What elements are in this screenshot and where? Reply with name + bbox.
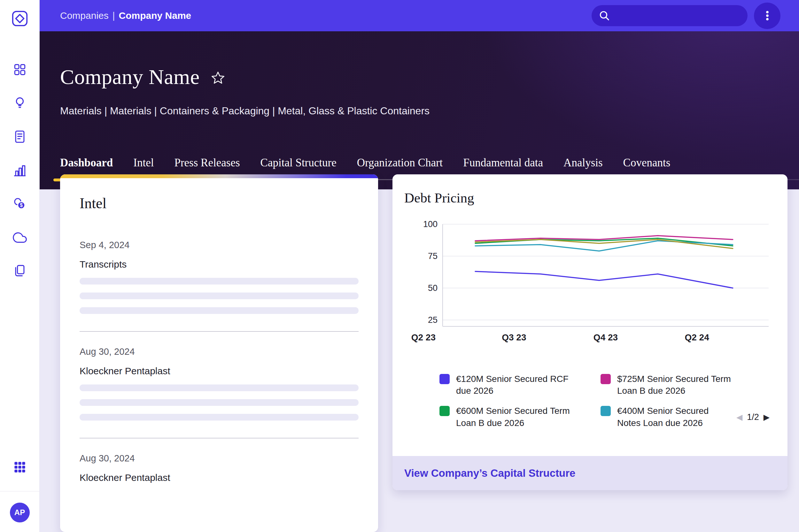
skeleton-line [79, 399, 359, 406]
sidebar-item-documents[interactable] [12, 128, 28, 145]
legend-swatch [439, 374, 450, 384]
sidebar: $ AP [0, 0, 40, 532]
skeleton-line [79, 414, 359, 421]
overflow-menu-button[interactable] [754, 3, 780, 29]
avatar-section: AP [0, 491, 39, 532]
legend-swatch [601, 374, 611, 384]
intel-card: Intel Sep 4, 2024TranscriptsAug 30, 2024… [60, 174, 378, 532]
svg-text:$: $ [20, 203, 23, 208]
dashboard-content: Intel Sep 4, 2024TranscriptsAug 30, 2024… [40, 174, 799, 532]
industry-classification: Materials | Materials | Containers & Pac… [60, 105, 799, 117]
entry-source: Kloeckner Pentaplast [79, 472, 359, 483]
cloud-icon [12, 230, 28, 245]
apps-grid-icon [12, 459, 28, 475]
chevron-left-icon[interactable]: ◀ [737, 413, 742, 421]
entry-date: Aug 30, 2024 [79, 346, 359, 357]
debt-pricing-chart: 100755025Q2 23Q3 23Q4 23Q2 24 [404, 221, 775, 347]
sidebar-item-library[interactable] [12, 263, 28, 279]
intel-entry[interactable]: Sep 4, 2024Transcripts [79, 240, 359, 314]
legend-item: €600M Senior Secured Term Loan B due 202… [439, 405, 601, 429]
chevron-right-icon[interactable]: ▶ [764, 413, 769, 421]
page-title: Company Name [60, 65, 200, 89]
svg-text:Q2 23: Q2 23 [411, 332, 436, 342]
intel-entry-list: Sep 4, 2024TranscriptsAug 30, 2024Kloeck… [79, 240, 359, 483]
app-window: $ AP Companies | Company Name [0, 0, 799, 532]
favorite-star-button[interactable] [211, 71, 225, 85]
legend-pagination: ◀ 1/2 ▶ [737, 412, 769, 422]
svg-text:50: 50 [428, 283, 438, 293]
debt-pricing-title: Debt Pricing [404, 190, 775, 206]
app-logo[interactable] [11, 0, 29, 37]
entry-source: Transcripts [79, 259, 359, 270]
company-hero: Company Name Materials | Materials | Con… [40, 31, 799, 189]
sidebar-item-pricing[interactable]: $ [12, 195, 28, 212]
legend-item: €120M Senior Secured RCF due 2026 [439, 373, 601, 397]
svg-text:75: 75 [428, 251, 438, 261]
legend-label: €600M Senior Secured Term Loan B due 202… [456, 405, 571, 429]
breadcrumb-current: Company Name [119, 10, 192, 21]
legend-label: €400M Senior Secured Notes Loan due 2026 [617, 405, 732, 429]
copy-icon [12, 263, 28, 279]
svg-text:Q2 24: Q2 24 [685, 332, 709, 342]
user-avatar[interactable]: AP [10, 502, 30, 522]
sidebar-item-cloud[interactable] [12, 229, 28, 246]
legend-swatch [439, 406, 450, 416]
svg-text:100: 100 [423, 221, 438, 229]
breadcrumb: Companies | Company Name [60, 10, 191, 21]
intel-entry[interactable]: Aug 30, 2024Kloeckner Pentaplast [79, 453, 359, 483]
skeleton-line [79, 278, 359, 285]
view-capital-structure-link[interactable]: View Company’s Capital Structure [404, 467, 575, 479]
document-icon [12, 129, 28, 144]
sidebar-nav: $ [12, 61, 28, 279]
breadcrumb-separator: | [112, 10, 115, 21]
legend-label: $725M Senior Secured Term Loan B due 202… [617, 373, 732, 397]
bar-chart-icon [12, 163, 28, 178]
kebab-menu-icon [761, 10, 774, 22]
legend-item: $725M Senior Secured Term Loan B due 202… [601, 373, 775, 397]
logo-icon [11, 10, 29, 27]
header-actions [592, 3, 780, 29]
entry-date: Sep 4, 2024 [79, 240, 359, 250]
svg-text:Q4 23: Q4 23 [594, 332, 618, 342]
entry-divider [79, 438, 359, 438]
lightbulb-icon [12, 95, 28, 111]
breadcrumb-companies-link[interactable]: Companies [60, 10, 109, 21]
debt-pricing-card: Debt Pricing 100755025Q2 23Q3 23Q4 23Q2 … [393, 174, 787, 490]
apps-launcher-button[interactable] [12, 459, 28, 475]
main-area: Companies | Company Name Company Name Ma… [40, 0, 799, 532]
legend-label: €120M Senior Secured RCF due 2026 [456, 373, 571, 397]
legend-page-indicator: 1/2 [747, 412, 759, 422]
top-bar: Companies | Company Name [40, 0, 799, 31]
intel-entry[interactable]: Aug 30, 2024Kloeckner Pentaplast [79, 346, 359, 421]
skeleton-line [79, 384, 359, 391]
coins-icon: $ [12, 196, 28, 211]
chart-legend: €120M Senior Secured RCF due 2026$725M S… [439, 373, 775, 429]
skeleton-line [79, 307, 359, 314]
search-icon [599, 10, 610, 21]
search-bar[interactable] [592, 5, 747, 26]
debt-card-footer: View Company’s Capital Structure [393, 456, 787, 490]
svg-text:25: 25 [428, 315, 438, 325]
entry-divider [79, 331, 359, 332]
entry-source: Kloeckner Pentaplast [79, 366, 359, 377]
intel-card-title: Intel [79, 195, 359, 212]
sidebar-item-dashboard[interactable] [12, 61, 28, 78]
sidebar-item-charts[interactable] [12, 162, 28, 178]
dashboard-grid-icon [12, 62, 28, 77]
entry-date: Aug 30, 2024 [79, 453, 359, 464]
search-input[interactable] [615, 11, 741, 21]
svg-text:Q3 23: Q3 23 [502, 332, 526, 342]
skeleton-line [79, 292, 359, 299]
card-accent-strip [60, 174, 378, 178]
sidebar-bottom: AP [0, 459, 39, 532]
legend-swatch [601, 406, 611, 416]
sidebar-item-ideas[interactable] [12, 95, 28, 111]
